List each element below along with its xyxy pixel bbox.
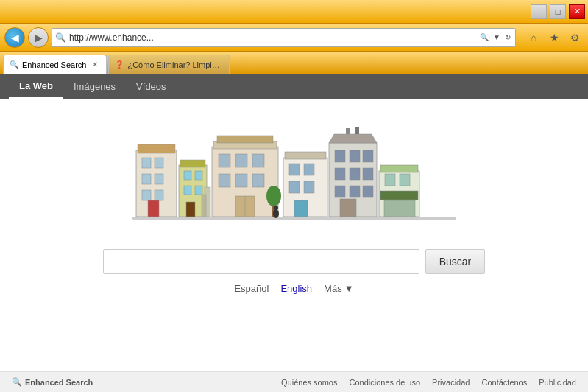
svg-rect-14 [184, 186, 191, 195]
svg-rect-17 [202, 195, 206, 217]
footer-logo-text: Enhanced Search [25, 378, 93, 387]
svg-rect-34 [289, 164, 300, 175]
language-row: Español English Más ▼ [234, 283, 353, 294]
page-footer: 🔍 Enhanced Search Quiénes somos Condicio… [0, 371, 588, 392]
back-button[interactable]: ◀ [4, 27, 25, 48]
svg-rect-54 [385, 174, 395, 186]
footer-link-contactenos[interactable]: Contáctenos [481, 378, 527, 387]
svg-rect-11 [180, 160, 205, 167]
svg-rect-33 [285, 152, 326, 159]
svg-rect-35 [304, 164, 314, 175]
tab-enhanced-search[interactable]: 🔍 Enhanced Search ✕ [3, 55, 107, 74]
svg-rect-49 [363, 186, 373, 197]
svg-rect-12 [184, 171, 191, 180]
svg-point-60 [274, 206, 278, 210]
svg-rect-41 [335, 150, 345, 162]
dropdown-in-address-icon[interactable]: ▼ [492, 33, 502, 41]
search-button[interactable]: Buscar [425, 249, 486, 274]
svg-rect-56 [384, 200, 415, 217]
svg-rect-46 [363, 168, 373, 180]
refresh-button[interactable]: ↻ [503, 33, 512, 41]
svg-rect-42 [350, 150, 360, 162]
svg-rect-36 [289, 181, 300, 193]
footer-link-quienes[interactable]: Quiénes somos [281, 378, 337, 387]
settings-button[interactable]: ⚙ [566, 29, 584, 46]
svg-point-59 [273, 209, 279, 218]
svg-rect-25 [219, 174, 230, 187]
home-button[interactable]: ⌂ [525, 29, 542, 46]
svg-rect-37 [304, 181, 314, 193]
search-row: Buscar [103, 249, 486, 274]
svg-point-31 [266, 186, 281, 206]
tab-close-enhanced-search[interactable]: ✕ [90, 60, 100, 70]
nav-item-images[interactable]: Imágenes [63, 74, 126, 99]
english-link[interactable]: English [280, 283, 312, 294]
svg-rect-9 [148, 200, 159, 217]
svg-rect-26 [235, 174, 247, 187]
svg-rect-23 [235, 154, 247, 167]
minimize-button[interactable]: – [531, 4, 547, 19]
buildings-svg [129, 113, 460, 231]
footer-link-privacidad[interactable]: Privacidad [432, 378, 470, 387]
svg-rect-13 [195, 171, 202, 180]
footer-link-condiciones[interactable]: Condiciones de uso [349, 378, 420, 387]
favorites-button[interactable]: ★ [545, 29, 563, 46]
address-bar[interactable]: 🔍 🔍 ▼ ↻ [52, 28, 516, 47]
svg-rect-55 [400, 174, 410, 186]
svg-rect-21 [217, 136, 273, 143]
svg-rect-52 [380, 165, 418, 172]
search-input[interactable] [103, 249, 419, 274]
svg-rect-47 [335, 186, 345, 197]
svg-rect-22 [219, 154, 230, 167]
svg-rect-58 [355, 127, 359, 134]
search-in-address-icon[interactable]: 🔍 [478, 33, 490, 41]
svg-rect-48 [350, 186, 360, 197]
mas-label: Más [324, 283, 342, 294]
browser-navbar: ◀ ▶ 🔍 🔍 ▼ ↻ ⌂ ★ ⚙ [0, 24, 588, 52]
footer-logo: 🔍 Enhanced Search [12, 377, 93, 387]
tab-label-como-eliminar: ¿Cómo Eliminar? Limpiar su c... [127, 60, 223, 69]
tab-label-enhanced-search: Enhanced Search [22, 60, 86, 69]
svg-rect-24 [252, 154, 264, 167]
svg-rect-7 [142, 190, 151, 200]
search-area: Buscar Español English Más ▼ [103, 249, 486, 294]
svg-rect-57 [346, 128, 350, 134]
footer-logo-icon: 🔍 [12, 377, 22, 387]
svg-rect-38 [294, 200, 308, 217]
forward-button[interactable]: ▶ [28, 27, 49, 48]
svg-marker-40 [329, 134, 377, 143]
dropdown-arrow-icon: ▼ [344, 283, 354, 294]
svg-rect-27 [252, 174, 264, 187]
svg-rect-5 [142, 174, 151, 184]
svg-rect-4 [155, 158, 163, 168]
nav-item-videos[interactable]: Vídeos [126, 74, 176, 99]
nav-item-web[interactable]: La Web [9, 74, 63, 99]
address-buttons: 🔍 ▼ ↻ [478, 33, 512, 41]
page-content: Buscar Español English Más ▼ [0, 99, 588, 371]
back-icon: ◀ [11, 32, 19, 43]
svg-rect-50 [340, 199, 356, 217]
footer-link-publicidad[interactable]: Publicidad [539, 378, 576, 387]
svg-rect-45 [350, 168, 360, 180]
footer-links: Quiénes somos Condiciones de uso Privaci… [281, 378, 576, 387]
address-input[interactable] [69, 32, 475, 43]
building-illustration [129, 113, 460, 231]
tab-como-eliminar[interactable]: ❓ ¿Cómo Eliminar? Limpiar su c... [108, 55, 230, 74]
svg-rect-2 [138, 144, 175, 153]
svg-rect-44 [335, 168, 345, 180]
tab-favicon-enhanced-search: 🔍 [10, 60, 18, 69]
tab-favicon-como-eliminar: ❓ [115, 60, 124, 69]
espanol-link[interactable]: Español [234, 283, 269, 294]
svg-rect-6 [155, 174, 163, 184]
close-button[interactable]: ✕ [569, 4, 585, 19]
svg-rect-43 [363, 150, 373, 162]
maximize-button[interactable]: □ [550, 4, 566, 19]
mas-dropdown[interactable]: Más ▼ [324, 283, 353, 294]
address-favicon: 🔍 [55, 32, 66, 43]
svg-rect-0 [132, 217, 456, 220]
svg-rect-15 [195, 186, 202, 195]
content-nav: La Web Imágenes Vídeos [0, 74, 588, 99]
browser-nav-right: ⌂ ★ ⚙ [525, 29, 584, 46]
window-titlebar: – □ ✕ [0, 0, 588, 24]
svg-rect-8 [155, 190, 163, 200]
